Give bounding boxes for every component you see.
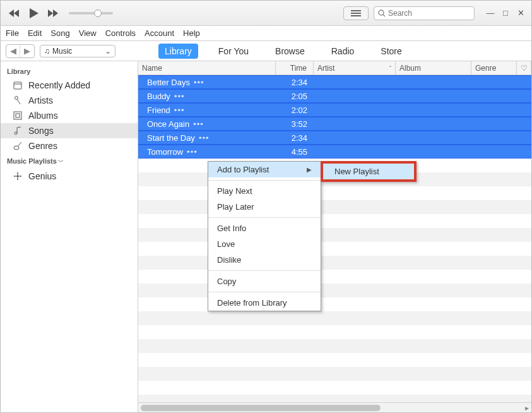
ctx-get-info[interactable]: Get Info <box>208 220 321 236</box>
section-tabs: Library For You Browse Radio Store <box>158 44 408 59</box>
ctx-copy[interactable]: Copy <box>208 273 321 289</box>
volume-slider[interactable] <box>69 12 113 15</box>
svg-rect-2 <box>351 15 361 16</box>
clock-icon <box>12 80 23 90</box>
menu-song[interactable]: Song <box>50 28 69 38</box>
table-row[interactable]: Tomorrow•••4:55 <box>138 145 531 159</box>
svg-point-12 <box>14 146 19 150</box>
search-input[interactable] <box>388 9 470 18</box>
col-genre[interactable]: Genre <box>471 61 516 75</box>
ctx-add-to-playlist[interactable]: Add to Playlist▶ <box>208 162 321 177</box>
history-nav: ◀ ▶ <box>6 44 35 58</box>
ctx-love[interactable]: Love <box>208 236 321 252</box>
search-field[interactable] <box>374 6 475 20</box>
svg-point-11 <box>15 132 17 135</box>
table-row[interactable]: Buddy•••2:05 <box>138 89 531 103</box>
content-pane: Name Time Artistˆ Album Genre ♡ Better D… <box>138 61 531 413</box>
sidebar-item-genres[interactable]: Genres <box>1 138 138 153</box>
song-icon <box>12 126 23 136</box>
sidebar-item-label: Recently Added <box>28 80 90 90</box>
forward-button[interactable]: ▶ <box>20 45 34 57</box>
sidebar-item-songs[interactable]: Songs <box>1 123 138 138</box>
chevron-down-icon: ﹀ <box>58 159 64 165</box>
menu-controls[interactable]: Controls <box>105 28 136 38</box>
col-artist[interactable]: Artistˆ <box>314 61 396 75</box>
ctx-play-later[interactable]: Play Later <box>208 199 321 215</box>
play-button[interactable] <box>25 4 42 22</box>
svg-line-13 <box>18 142 21 147</box>
nav-row: ◀ ▶ ♫ Music ⌄ Library For You Browse Rad… <box>1 41 531 61</box>
sidebar: Library Recently Added Artists Albums So… <box>1 61 138 413</box>
playback-controls <box>7 4 113 22</box>
minimize-button[interactable]: — <box>486 9 495 18</box>
sidebar-section-library: Library <box>1 64 138 78</box>
table-row[interactable]: Friend•••2:02 <box>138 103 531 117</box>
scroll-thumb[interactable] <box>141 405 381 411</box>
menu-account[interactable]: Account <box>145 28 174 38</box>
next-button[interactable] <box>46 6 60 20</box>
sidebar-item-label: Songs <box>28 126 54 136</box>
sidebar-item-artists[interactable]: Artists <box>1 93 138 108</box>
more-icon[interactable]: ••• <box>187 147 198 157</box>
tab-library[interactable]: Library <box>158 44 198 59</box>
media-picker-label: Music <box>52 47 72 56</box>
more-icon[interactable]: ••• <box>174 92 185 101</box>
sidebar-item-albums[interactable]: Albums <box>1 108 138 123</box>
submenu-new-playlist[interactable]: New Playlist <box>323 164 414 179</box>
col-love[interactable]: ♡ <box>516 61 531 75</box>
maximize-button[interactable]: □ <box>501 9 510 18</box>
ctx-dislike[interactable]: Dislike <box>208 252 321 268</box>
svg-rect-1 <box>351 13 361 14</box>
sidebar-section-playlists[interactable]: Music Playlists﹀ <box>1 153 138 169</box>
more-icon[interactable]: ••• <box>199 133 210 143</box>
back-button[interactable]: ◀ <box>6 45 20 57</box>
tab-radio[interactable]: Radio <box>325 44 361 59</box>
svg-point-3 <box>379 10 384 15</box>
sidebar-item-label: Genius <box>28 171 56 181</box>
sidebar-item-recently-added[interactable]: Recently Added <box>1 78 138 93</box>
scroll-right-icon[interactable]: ▸ <box>525 404 529 412</box>
more-icon[interactable]: ••• <box>193 119 204 129</box>
horizontal-scrollbar[interactable]: ▸ <box>138 402 531 413</box>
sidebar-item-label: Albums <box>28 111 58 121</box>
more-icon[interactable]: ••• <box>194 78 204 87</box>
genius-icon <box>12 171 23 181</box>
tab-for-you[interactable]: For You <box>212 44 255 59</box>
more-icon[interactable]: ••• <box>174 105 185 115</box>
separator <box>208 270 321 271</box>
separator <box>208 292 321 292</box>
previous-button[interactable] <box>7 6 21 20</box>
up-next-button[interactable] <box>343 6 369 20</box>
col-time[interactable]: Time <box>276 61 314 75</box>
svg-line-4 <box>383 15 385 16</box>
table-row[interactable]: Once Again•••3:52 <box>138 117 531 131</box>
table-row[interactable]: Start the Day•••2:34 <box>138 131 531 145</box>
menu-help[interactable]: Help <box>183 28 200 38</box>
tab-browse[interactable]: Browse <box>269 44 311 59</box>
svg-rect-5 <box>14 82 21 89</box>
media-picker[interactable]: ♫ Music ⌄ <box>40 45 115 57</box>
ctx-play-next[interactable]: Play Next <box>208 183 321 199</box>
search-icon <box>378 9 386 17</box>
menu-view[interactable]: View <box>79 28 97 38</box>
svg-line-8 <box>17 99 20 104</box>
mic-icon <box>12 95 23 105</box>
separator <box>208 180 321 181</box>
ctx-delete-from-library[interactable]: Delete from Library <box>208 295 321 311</box>
table-row[interactable]: Better Days•••2:34 <box>138 75 531 89</box>
chevron-right-icon: ▶ <box>307 166 312 173</box>
close-button[interactable]: ✕ <box>516 9 525 18</box>
col-name[interactable]: Name <box>138 61 276 75</box>
menu-file[interactable]: File <box>6 28 19 38</box>
heart-icon: ♡ <box>521 64 528 73</box>
submenu-new-playlist-highlight: New Playlist <box>321 161 417 182</box>
svg-rect-9 <box>14 112 21 119</box>
sidebar-item-genius[interactable]: Genius <box>1 169 138 184</box>
menu-edit[interactable]: Edit <box>28 28 42 38</box>
col-album[interactable]: Album <box>396 61 471 75</box>
album-icon <box>12 111 23 121</box>
svg-rect-10 <box>16 114 20 117</box>
tab-store[interactable]: Store <box>374 44 408 59</box>
volume-knob[interactable] <box>94 9 102 17</box>
sidebar-item-label: Genres <box>28 141 57 151</box>
